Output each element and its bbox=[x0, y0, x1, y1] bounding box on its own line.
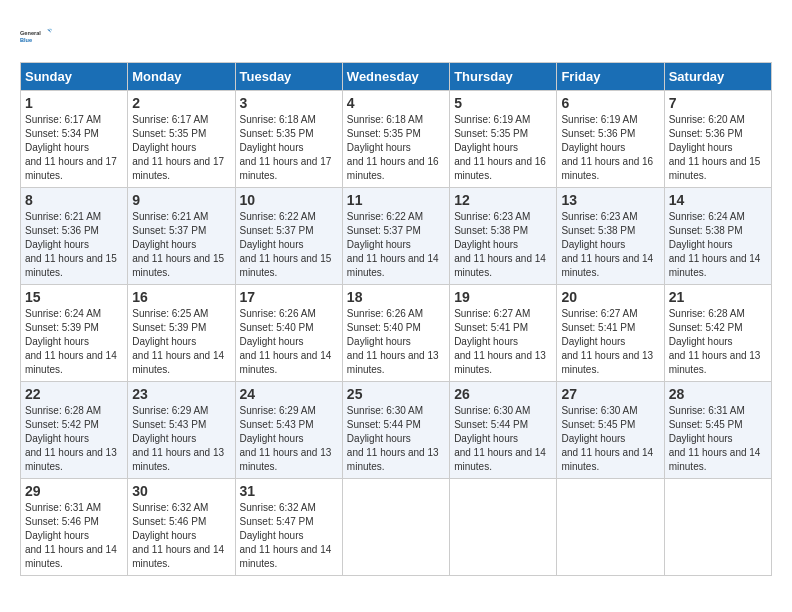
svg-marker-2 bbox=[47, 30, 51, 33]
day-info: Sunrise: 6:22 AMSunset: 5:37 PMDaylight … bbox=[240, 211, 332, 278]
calendar-cell: 11 Sunrise: 6:22 AMSunset: 5:37 PMDaylig… bbox=[342, 188, 449, 285]
calendar-week-5: 29 Sunrise: 6:31 AMSunset: 5:46 PMDaylig… bbox=[21, 479, 772, 576]
day-number: 25 bbox=[347, 386, 445, 402]
day-number: 30 bbox=[132, 483, 230, 499]
calendar-cell: 25 Sunrise: 6:30 AMSunset: 5:44 PMDaylig… bbox=[342, 382, 449, 479]
day-number: 17 bbox=[240, 289, 338, 305]
calendar-cell: 22 Sunrise: 6:28 AMSunset: 5:42 PMDaylig… bbox=[21, 382, 128, 479]
day-number: 28 bbox=[669, 386, 767, 402]
calendar-cell: 1 Sunrise: 6:17 AMSunset: 5:34 PMDayligh… bbox=[21, 91, 128, 188]
day-info: Sunrise: 6:27 AMSunset: 5:41 PMDaylight … bbox=[454, 308, 546, 375]
day-info: Sunrise: 6:21 AMSunset: 5:37 PMDaylight … bbox=[132, 211, 224, 278]
calendar-cell: 3 Sunrise: 6:18 AMSunset: 5:35 PMDayligh… bbox=[235, 91, 342, 188]
day-info: Sunrise: 6:24 AMSunset: 5:39 PMDaylight … bbox=[25, 308, 117, 375]
weekday-header-monday: Monday bbox=[128, 63, 235, 91]
day-info: Sunrise: 6:20 AMSunset: 5:36 PMDaylight … bbox=[669, 114, 761, 181]
calendar-cell bbox=[557, 479, 664, 576]
calendar-cell: 13 Sunrise: 6:23 AMSunset: 5:38 PMDaylig… bbox=[557, 188, 664, 285]
day-info: Sunrise: 6:17 AMSunset: 5:35 PMDaylight … bbox=[132, 114, 224, 181]
logo: General Blue bbox=[20, 20, 58, 52]
calendar-cell: 18 Sunrise: 6:26 AMSunset: 5:40 PMDaylig… bbox=[342, 285, 449, 382]
calendar-week-2: 8 Sunrise: 6:21 AMSunset: 5:36 PMDayligh… bbox=[21, 188, 772, 285]
calendar-cell: 31 Sunrise: 6:32 AMSunset: 5:47 PMDaylig… bbox=[235, 479, 342, 576]
day-number: 20 bbox=[561, 289, 659, 305]
day-info: Sunrise: 6:22 AMSunset: 5:37 PMDaylight … bbox=[347, 211, 439, 278]
day-number: 8 bbox=[25, 192, 123, 208]
weekday-header-thursday: Thursday bbox=[450, 63, 557, 91]
day-number: 22 bbox=[25, 386, 123, 402]
day-number: 19 bbox=[454, 289, 552, 305]
svg-text:Blue: Blue bbox=[20, 37, 32, 43]
calendar-cell: 14 Sunrise: 6:24 AMSunset: 5:38 PMDaylig… bbox=[664, 188, 771, 285]
day-number: 21 bbox=[669, 289, 767, 305]
calendar-cell: 16 Sunrise: 6:25 AMSunset: 5:39 PMDaylig… bbox=[128, 285, 235, 382]
day-info: Sunrise: 6:18 AMSunset: 5:35 PMDaylight … bbox=[347, 114, 439, 181]
calendar-week-3: 15 Sunrise: 6:24 AMSunset: 5:39 PMDaylig… bbox=[21, 285, 772, 382]
day-number: 7 bbox=[669, 95, 767, 111]
day-info: Sunrise: 6:26 AMSunset: 5:40 PMDaylight … bbox=[347, 308, 439, 375]
svg-text:General: General bbox=[20, 30, 41, 36]
calendar-cell: 5 Sunrise: 6:19 AMSunset: 5:35 PMDayligh… bbox=[450, 91, 557, 188]
calendar-cell: 12 Sunrise: 6:23 AMSunset: 5:38 PMDaylig… bbox=[450, 188, 557, 285]
day-number: 27 bbox=[561, 386, 659, 402]
day-info: Sunrise: 6:30 AMSunset: 5:45 PMDaylight … bbox=[561, 405, 653, 472]
weekday-header-tuesday: Tuesday bbox=[235, 63, 342, 91]
calendar-cell: 19 Sunrise: 6:27 AMSunset: 5:41 PMDaylig… bbox=[450, 285, 557, 382]
weekday-header-wednesday: Wednesday bbox=[342, 63, 449, 91]
day-number: 14 bbox=[669, 192, 767, 208]
weekday-header-friday: Friday bbox=[557, 63, 664, 91]
day-number: 2 bbox=[132, 95, 230, 111]
calendar-cell: 4 Sunrise: 6:18 AMSunset: 5:35 PMDayligh… bbox=[342, 91, 449, 188]
day-number: 15 bbox=[25, 289, 123, 305]
day-number: 12 bbox=[454, 192, 552, 208]
calendar-body: 1 Sunrise: 6:17 AMSunset: 5:34 PMDayligh… bbox=[21, 91, 772, 576]
day-info: Sunrise: 6:27 AMSunset: 5:41 PMDaylight … bbox=[561, 308, 653, 375]
day-number: 18 bbox=[347, 289, 445, 305]
day-info: Sunrise: 6:28 AMSunset: 5:42 PMDaylight … bbox=[25, 405, 117, 472]
day-number: 13 bbox=[561, 192, 659, 208]
day-number: 5 bbox=[454, 95, 552, 111]
day-number: 24 bbox=[240, 386, 338, 402]
calendar-cell: 27 Sunrise: 6:30 AMSunset: 5:45 PMDaylig… bbox=[557, 382, 664, 479]
day-info: Sunrise: 6:32 AMSunset: 5:47 PMDaylight … bbox=[240, 502, 332, 569]
calendar-cell bbox=[664, 479, 771, 576]
day-info: Sunrise: 6:19 AMSunset: 5:36 PMDaylight … bbox=[561, 114, 653, 181]
day-number: 4 bbox=[347, 95, 445, 111]
calendar-cell: 17 Sunrise: 6:26 AMSunset: 5:40 PMDaylig… bbox=[235, 285, 342, 382]
day-info: Sunrise: 6:21 AMSunset: 5:36 PMDaylight … bbox=[25, 211, 117, 278]
day-number: 16 bbox=[132, 289, 230, 305]
calendar-cell bbox=[342, 479, 449, 576]
calendar-week-4: 22 Sunrise: 6:28 AMSunset: 5:42 PMDaylig… bbox=[21, 382, 772, 479]
calendar-cell: 2 Sunrise: 6:17 AMSunset: 5:35 PMDayligh… bbox=[128, 91, 235, 188]
calendar-cell: 29 Sunrise: 6:31 AMSunset: 5:46 PMDaylig… bbox=[21, 479, 128, 576]
calendar-cell: 24 Sunrise: 6:29 AMSunset: 5:43 PMDaylig… bbox=[235, 382, 342, 479]
day-info: Sunrise: 6:31 AMSunset: 5:46 PMDaylight … bbox=[25, 502, 117, 569]
calendar-cell: 20 Sunrise: 6:27 AMSunset: 5:41 PMDaylig… bbox=[557, 285, 664, 382]
calendar-cell: 21 Sunrise: 6:28 AMSunset: 5:42 PMDaylig… bbox=[664, 285, 771, 382]
calendar-cell: 9 Sunrise: 6:21 AMSunset: 5:37 PMDayligh… bbox=[128, 188, 235, 285]
day-info: Sunrise: 6:28 AMSunset: 5:42 PMDaylight … bbox=[669, 308, 761, 375]
day-number: 3 bbox=[240, 95, 338, 111]
day-info: Sunrise: 6:24 AMSunset: 5:38 PMDaylight … bbox=[669, 211, 761, 278]
weekday-header-saturday: Saturday bbox=[664, 63, 771, 91]
day-info: Sunrise: 6:26 AMSunset: 5:40 PMDaylight … bbox=[240, 308, 332, 375]
page-header: General Blue bbox=[20, 20, 772, 52]
day-info: Sunrise: 6:32 AMSunset: 5:46 PMDaylight … bbox=[132, 502, 224, 569]
day-number: 10 bbox=[240, 192, 338, 208]
day-number: 1 bbox=[25, 95, 123, 111]
day-info: Sunrise: 6:30 AMSunset: 5:44 PMDaylight … bbox=[347, 405, 439, 472]
logo-icon: General Blue bbox=[20, 20, 52, 52]
day-info: Sunrise: 6:23 AMSunset: 5:38 PMDaylight … bbox=[454, 211, 546, 278]
day-number: 26 bbox=[454, 386, 552, 402]
calendar-cell: 10 Sunrise: 6:22 AMSunset: 5:37 PMDaylig… bbox=[235, 188, 342, 285]
calendar-cell: 28 Sunrise: 6:31 AMSunset: 5:45 PMDaylig… bbox=[664, 382, 771, 479]
calendar-cell: 23 Sunrise: 6:29 AMSunset: 5:43 PMDaylig… bbox=[128, 382, 235, 479]
calendar-cell: 30 Sunrise: 6:32 AMSunset: 5:46 PMDaylig… bbox=[128, 479, 235, 576]
calendar-week-1: 1 Sunrise: 6:17 AMSunset: 5:34 PMDayligh… bbox=[21, 91, 772, 188]
day-info: Sunrise: 6:30 AMSunset: 5:44 PMDaylight … bbox=[454, 405, 546, 472]
day-info: Sunrise: 6:29 AMSunset: 5:43 PMDaylight … bbox=[132, 405, 224, 472]
day-number: 9 bbox=[132, 192, 230, 208]
day-number: 23 bbox=[132, 386, 230, 402]
day-number: 29 bbox=[25, 483, 123, 499]
day-info: Sunrise: 6:17 AMSunset: 5:34 PMDaylight … bbox=[25, 114, 117, 181]
